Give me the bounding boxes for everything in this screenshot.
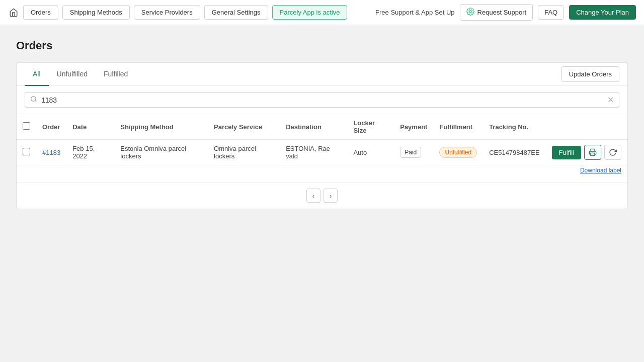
action-buttons-cell: Fulfill: [546, 140, 627, 165]
select-all-checkbox[interactable]: [23, 122, 30, 130]
refresh-icon: [609, 148, 617, 156]
topbar-right: Free Support & App Set Up Request Suppor…: [375, 4, 636, 21]
shipping-method-cell: Estonia Omniva parcel lockers: [114, 140, 208, 165]
fulfillment-badge: Unfulfilled: [439, 147, 477, 158]
next-page-button[interactable]: ›: [324, 189, 338, 203]
col-destination: Destination: [280, 114, 347, 140]
fulfillment-cell: Unfulfilled: [433, 140, 483, 165]
faq-button[interactable]: FAQ: [538, 5, 564, 20]
row-checkbox-cell: [17, 140, 36, 165]
col-tracking-no: Tracking No.: [483, 114, 545, 140]
table-row: #1183 Feb 15, 2022 Estonia Omniva parcel…: [17, 140, 627, 165]
col-parcely-service: Parcely Service: [208, 114, 280, 140]
support-gear-icon: [466, 8, 474, 17]
nav-shipping-methods[interactable]: Shipping Methods: [62, 5, 130, 20]
search-bar: ✕: [17, 86, 627, 114]
download-label-row: Download label: [17, 165, 627, 178]
topbar: Orders Shipping Methods Service Provider…: [0, 0, 644, 25]
download-label[interactable]: Download label: [580, 166, 621, 175]
col-order: Order: [36, 114, 66, 140]
change-plan-button[interactable]: Change Your Plan: [569, 5, 636, 20]
nav-service-providers[interactable]: Service Providers: [134, 5, 200, 20]
search-input[interactable]: [41, 96, 603, 104]
topbar-left: Orders Shipping Methods Service Provider…: [8, 5, 347, 20]
order-id-cell: #1183: [36, 140, 66, 165]
col-date: Date: [66, 114, 114, 140]
request-support-label: Request Support: [477, 9, 527, 16]
tab-unfulfilled[interactable]: Unfulfilled: [49, 63, 96, 86]
tracking-no-cell: CE514798487EE: [483, 140, 545, 165]
col-fulfillment: Fulfillment: [433, 114, 483, 140]
support-label: Free Support & App Set Up: [375, 9, 455, 16]
orders-table-wrap: Order Date Shipping Method Parcely Servi…: [17, 114, 627, 182]
tabs: All Unfulfilled Fulfilled: [25, 63, 136, 85]
tab-all[interactable]: All: [25, 63, 49, 86]
support-section: Free Support & App Set Up Request Suppor…: [375, 4, 636, 21]
request-support-button[interactable]: Request Support: [460, 4, 533, 21]
search-input-wrap: ✕: [25, 92, 619, 108]
orders-card: All Unfulfilled Fulfilled Update Orders …: [16, 62, 628, 209]
action-cell: Fulfill: [552, 145, 621, 160]
orders-table: Order Date Shipping Method Parcely Servi…: [17, 114, 627, 178]
row-checkbox[interactable]: [23, 148, 30, 155]
print-icon: [589, 148, 597, 156]
select-all-col: [17, 114, 36, 140]
app-active-badge: Parcely App is active: [272, 5, 348, 20]
update-orders-button[interactable]: Update Orders: [561, 66, 619, 82]
home-icon[interactable]: [8, 7, 19, 18]
col-payment: Payment: [394, 114, 433, 140]
search-icon: [30, 96, 37, 104]
col-shipping-method: Shipping Method: [114, 114, 208, 140]
svg-point-1: [31, 97, 36, 101]
prev-page-button[interactable]: ‹: [306, 189, 320, 203]
table-header-row: Order Date Shipping Method Parcely Servi…: [17, 114, 627, 140]
svg-rect-3: [591, 153, 595, 155]
locker-size-cell: Auto: [347, 140, 394, 165]
refresh-button[interactable]: [604, 145, 621, 160]
tabs-row: All Unfulfilled Fulfilled Update Orders: [17, 63, 627, 86]
parcely-service-cell: Omniva parcel lockers: [208, 140, 280, 165]
page-title: Orders: [16, 39, 628, 52]
print-button[interactable]: [584, 145, 601, 160]
col-locker-size: Locker Size: [347, 114, 394, 140]
nav-orders[interactable]: Orders: [23, 5, 58, 20]
order-date-cell: Feb 15, 2022: [66, 140, 114, 165]
fulfill-button[interactable]: Fulfill: [552, 146, 581, 159]
payment-badge: Paid: [400, 147, 421, 158]
nav-general-settings[interactable]: General Settings: [204, 5, 268, 20]
svg-line-2: [35, 101, 37, 102]
main-content: Orders All Unfulfilled Fulfilled Update …: [0, 25, 644, 223]
col-actions: [546, 114, 627, 140]
pagination: ‹ ›: [17, 182, 627, 209]
clear-search-icon[interactable]: ✕: [607, 96, 614, 104]
svg-point-0: [469, 11, 471, 13]
tab-fulfilled[interactable]: Fulfilled: [96, 63, 136, 86]
payment-cell: Paid: [394, 140, 433, 165]
order-link[interactable]: #1183: [42, 149, 60, 156]
destination-cell: ESTONIA, Rae vald: [280, 140, 347, 165]
